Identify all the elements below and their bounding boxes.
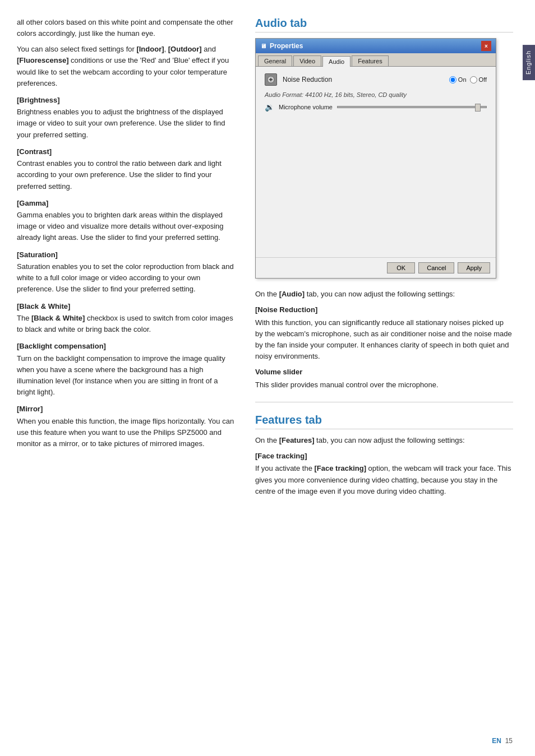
features-bold: [Features] xyxy=(279,436,315,444)
audio-tab-intro: On the [Audio] tab, you can now adjust t… xyxy=(255,289,513,300)
dialog-close-button[interactable]: × xyxy=(481,41,491,51)
bw-body: The [Black & White] checkbox is used to … xyxy=(17,313,236,335)
and-text: and xyxy=(202,45,216,53)
noise-reduction-icon xyxy=(265,73,277,86)
language-tab: English xyxy=(523,45,535,80)
dialog-titlebar: 🖥 Properties × xyxy=(256,39,496,53)
tab-general[interactable]: General xyxy=(258,55,292,66)
face-tracking-bold: [Face tracking] xyxy=(315,464,366,472)
audio-intro-suffix: tab, you can now adjust the following se… xyxy=(305,290,455,298)
audio-tab-heading: Audio tab xyxy=(255,17,513,33)
audio-intro-prefix: On the xyxy=(255,290,279,298)
cancel-button[interactable]: Cancel xyxy=(418,262,454,273)
audio-format-text: Audio Format: 44100 Hz, 16 bits, Stereo,… xyxy=(265,91,487,98)
en-label: EN xyxy=(492,737,501,745)
noise-reduction-subsection-body: With this function, you can significantl… xyxy=(255,317,513,363)
gamma-heading: [Gamma] xyxy=(17,198,236,209)
bw-heading: [Black & White] xyxy=(17,301,236,312)
noise-reduction-label: Noise Reduction xyxy=(283,76,444,84)
saturation-body: Saturation enables you to set the color … xyxy=(17,261,236,295)
ok-button[interactable]: OK xyxy=(387,262,415,273)
dialog-tab-bar: General Video Audio Features xyxy=(256,53,496,67)
gamma-body: Gamma enables you to brighten dark areas… xyxy=(17,210,236,243)
section-divider xyxy=(255,402,513,402)
fixed-settings-paragraph: You can also select fixed settings for [… xyxy=(17,44,236,89)
dialog-title-left: 🖥 Properties xyxy=(260,42,303,50)
brightness-body: Brightness enables you to adjust the bri… xyxy=(17,106,236,140)
dialog-title-icon: 🖥 xyxy=(260,43,266,49)
tab-audio[interactable]: Audio xyxy=(322,56,350,67)
fixed-settings-prefix: You can also select fixed settings for xyxy=(17,45,136,53)
dialog-footer: OK Cancel Apply xyxy=(256,257,496,278)
right-column: Audio tab 🖥 Properties × General Video A… xyxy=(255,17,513,502)
bw-prefix: The xyxy=(17,314,31,322)
features-tab-heading: Features tab xyxy=(255,414,513,429)
indoor-label: [Indoor] xyxy=(136,45,164,53)
page-number: 15 xyxy=(505,737,513,745)
features-intro-prefix: On the xyxy=(255,436,279,444)
mic-volume-slider[interactable] xyxy=(337,106,487,108)
face-tracking-heading: [Face tracking] xyxy=(255,451,513,462)
contrast-body: Contrast enables you to control the rati… xyxy=(17,158,236,192)
contrast-heading: [Contrast] xyxy=(17,146,236,157)
noise-icon-svg xyxy=(267,76,275,84)
backlight-heading: [Backlight compensation] xyxy=(17,341,236,352)
bw-bold: [Black & White] xyxy=(31,314,85,322)
outdoor-label: [Outdoor] xyxy=(168,45,202,53)
page-footer: EN 15 xyxy=(492,737,513,745)
left-column: all other colors based on this white poi… xyxy=(17,17,236,454)
noise-off-radio[interactable] xyxy=(470,76,477,84)
noise-reduction-subsection-heading: [Noise Reduction] xyxy=(255,304,513,316)
features-intro-suffix: tab, you can now adjust the following se… xyxy=(315,436,465,444)
noise-off-label: Off xyxy=(479,76,487,83)
intro-paragraph: all other colors based on this white poi… xyxy=(17,17,236,39)
apply-button[interactable]: Apply xyxy=(458,262,490,273)
brightness-heading: [Brightness] xyxy=(17,95,236,106)
noise-radio-group: On Off xyxy=(449,76,487,84)
comma: , xyxy=(164,45,168,53)
noise-reduction-row: Noise Reduction On Off xyxy=(265,73,487,86)
properties-dialog: 🖥 Properties × General Video Audio Featu… xyxy=(255,38,496,279)
volume-slider-body: This slider provides manual control over… xyxy=(255,379,513,391)
slider-thumb xyxy=(475,104,481,112)
face-tracking-body: If you activate the [Face tracking] opti… xyxy=(255,463,513,497)
noise-on-option[interactable]: On xyxy=(449,76,467,84)
audio-tab-section: Audio tab 🖥 Properties × General Video A… xyxy=(255,17,513,391)
noise-on-label: On xyxy=(458,76,467,83)
dialog-title-text: Properties xyxy=(270,42,303,50)
dialog-content: Noise Reduction On Off Audio Format: 441… xyxy=(256,67,496,257)
mirror-heading: [Mirror] xyxy=(17,403,236,415)
tab-features[interactable]: Features xyxy=(352,55,388,66)
fluorescense-label: [Fluorescense] xyxy=(17,56,68,64)
noise-off-option[interactable]: Off xyxy=(470,76,487,84)
mic-icon: 🔉 xyxy=(265,103,274,112)
features-tab-section: Features tab On the [Features] tab, you … xyxy=(255,414,513,497)
mic-volume-row: 🔉 Microphone volume xyxy=(265,103,487,112)
features-tab-intro: On the [Features] tab, you can now adjus… xyxy=(255,435,513,446)
audio-bold: [Audio] xyxy=(279,290,305,298)
face-tracking-prefix: If you activate the xyxy=(255,464,315,472)
mirror-body: When you enable this function, the image… xyxy=(17,416,236,449)
saturation-heading: [Saturation] xyxy=(17,249,236,261)
volume-slider-heading: Volume slider xyxy=(255,367,513,378)
backlight-body: Turn on the backlight compensation to im… xyxy=(17,353,236,398)
noise-on-radio[interactable] xyxy=(449,76,456,84)
mic-volume-label: Microphone volume xyxy=(279,104,333,110)
tab-video[interactable]: Video xyxy=(293,55,321,66)
